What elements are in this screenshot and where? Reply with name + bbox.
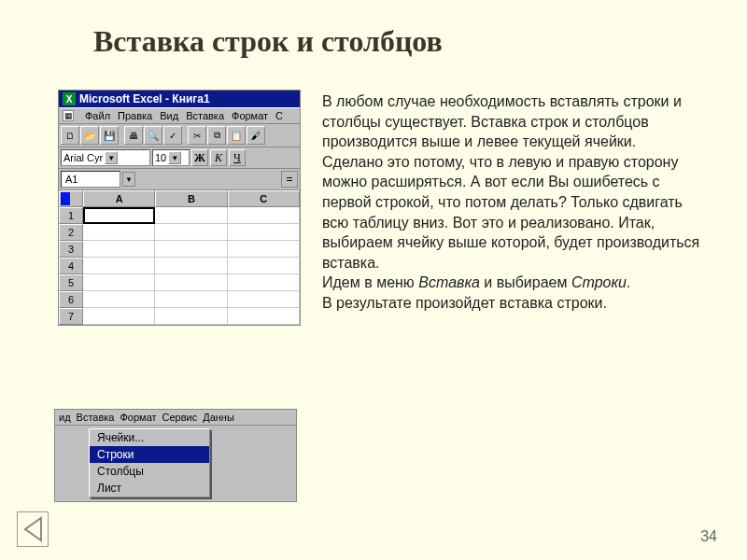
page-number: 34 — [700, 528, 717, 545]
spellcheck-icon[interactable]: ✓ — [163, 126, 182, 145]
menu-bar-fragment: ид Вставка Формат Сервис Данны — [55, 410, 296, 426]
cell[interactable] — [83, 241, 155, 258]
cell[interactable] — [228, 207, 300, 224]
prev-slide-button[interactable] — [17, 511, 49, 547]
name-box-value: A1 — [65, 174, 78, 185]
cut-icon[interactable]: ✂ — [188, 126, 206, 145]
font-size-combo[interactable]: 10 ▼ — [152, 149, 190, 166]
name-box[interactable]: A1 — [61, 171, 120, 188]
menu-item-rows: Строки — [571, 274, 627, 290]
column-header-b[interactable]: B — [155, 190, 227, 207]
row-header[interactable]: 1 — [59, 207, 83, 224]
name-box-arrow-icon[interactable]: ▼ — [122, 172, 135, 187]
formula-bar: A1 ▼ = — [59, 169, 300, 190]
workbook-icon: ▦ — [63, 110, 74, 121]
svg-marker-0 — [25, 518, 41, 540]
text-fragment: . — [627, 274, 630, 290]
cell[interactable] — [155, 224, 227, 241]
paragraph-4: В результате произойдет вставка строки. — [322, 293, 705, 314]
menu-item-rows[interactable]: Строки — [90, 446, 209, 463]
print-preview-icon[interactable]: 🔍 — [144, 126, 162, 145]
insert-dropdown: Ячейки... Строки Столбцы Лист — [89, 428, 210, 497]
slide-title: Вставка строк и столбцов — [93, 24, 443, 59]
font-name-value: Arial Cyr — [63, 152, 103, 163]
menu-data-fragment[interactable]: Данны — [203, 412, 234, 423]
save-icon[interactable]: 💾 — [100, 126, 119, 145]
paragraph-2: Сделано это потому, что в левую и правую… — [322, 152, 705, 273]
format-painter-icon[interactable]: 🖌 — [247, 126, 265, 145]
cell[interactable] — [228, 224, 300, 241]
row-header[interactable]: 4 — [59, 258, 83, 274]
slide-body: В любом случае необходимость вставлять с… — [322, 91, 705, 314]
open-file-icon[interactable]: 📂 — [80, 126, 99, 145]
menu-item-columns[interactable]: Столбцы — [90, 463, 209, 480]
menu-tools[interactable]: Сервис — [162, 412, 198, 423]
excel-window: X Microsoft Excel - Книга1 ▦ Файл Правка… — [58, 90, 301, 326]
menu-view-fragment[interactable]: ид — [59, 412, 71, 423]
cell-a1[interactable] — [83, 207, 155, 224]
select-all-corner[interactable] — [59, 190, 83, 207]
print-icon[interactable]: 🖶 — [124, 126, 143, 145]
menu-bar: ▦ Файл Правка Вид Вставка Формат С — [59, 107, 300, 124]
menu-tools[interactable]: С — [275, 110, 283, 121]
row-header[interactable]: 3 — [59, 241, 83, 258]
cell[interactable] — [83, 274, 155, 291]
cell[interactable] — [83, 258, 155, 274]
cell[interactable] — [83, 291, 155, 308]
cell[interactable] — [228, 258, 300, 274]
cell[interactable] — [228, 291, 300, 308]
menu-file[interactable]: Файл — [85, 110, 110, 121]
window-title: Microsoft Excel - Книга1 — [79, 92, 210, 105]
dropdown-arrow-icon[interactable]: ▼ — [168, 151, 181, 164]
menu-item-sheet[interactable]: Лист — [90, 480, 209, 497]
spreadsheet-grid[interactable]: A B C 1 2 3 4 5 6 7 — [59, 190, 300, 325]
window-titlebar: X Microsoft Excel - Книга1 — [59, 91, 300, 107]
paragraph-1: В любом случае необходимость вставлять с… — [322, 91, 705, 152]
menu-name-insert: Вставка — [418, 274, 480, 290]
bold-button[interactable]: Ж — [191, 149, 208, 166]
cell[interactable] — [228, 308, 300, 325]
menu-format[interactable]: Формат — [232, 110, 268, 121]
font-size-value: 10 — [155, 152, 166, 163]
row-header[interactable]: 6 — [59, 291, 83, 308]
text-fragment: Идем в меню — [322, 274, 418, 290]
row-header[interactable]: 5 — [59, 274, 83, 291]
cell[interactable] — [155, 241, 227, 258]
cell[interactable] — [83, 308, 155, 325]
paragraph-3: Идем в меню Вставка и выбираем Строки. — [322, 273, 705, 293]
formatting-toolbar: Arial Cyr ▼ 10 ▼ Ж К Ч — [59, 147, 300, 169]
menu-edit[interactable]: Правка — [118, 110, 152, 121]
cell[interactable] — [155, 291, 227, 308]
cell[interactable] — [228, 274, 300, 291]
underline-button[interactable]: Ч — [229, 149, 246, 166]
equals-button[interactable]: = — [281, 171, 298, 188]
dropdown-arrow-icon[interactable]: ▼ — [105, 151, 118, 164]
menu-insert[interactable]: Вставка — [77, 412, 115, 423]
column-header-a[interactable]: A — [83, 190, 155, 207]
cell[interactable] — [83, 224, 155, 241]
cell[interactable] — [228, 241, 300, 258]
cell[interactable] — [155, 308, 227, 325]
cell[interactable] — [155, 274, 227, 291]
font-name-combo[interactable]: Arial Cyr ▼ — [61, 149, 150, 166]
cell[interactable] — [155, 258, 227, 274]
triangle-left-icon — [22, 516, 43, 542]
row-header[interactable]: 7 — [59, 308, 83, 325]
new-file-icon[interactable]: 🗋 — [61, 126, 79, 145]
text-fragment: и выбираем — [480, 274, 571, 290]
menu-view[interactable]: Вид — [160, 110, 178, 121]
italic-button[interactable]: К — [210, 149, 227, 166]
cell[interactable] — [155, 207, 227, 224]
excel-app-icon: X — [63, 92, 76, 105]
copy-icon[interactable]: ⧉ — [207, 126, 226, 145]
menu-format[interactable]: Формат — [120, 412, 156, 423]
standard-toolbar: 🗋 📂 💾 🖶 🔍 ✓ ✂ ⧉ 📋 🖌 — [59, 124, 300, 147]
menu-insert[interactable]: Вставка — [186, 110, 224, 121]
column-header-c[interactable]: C — [228, 190, 300, 207]
menu-item-cells[interactable]: Ячейки... — [90, 429, 209, 446]
insert-menu-screenshot: ид Вставка Формат Сервис Данны Ячейки...… — [54, 409, 297, 502]
row-header[interactable]: 2 — [59, 224, 83, 241]
paste-icon[interactable]: 📋 — [227, 126, 246, 145]
